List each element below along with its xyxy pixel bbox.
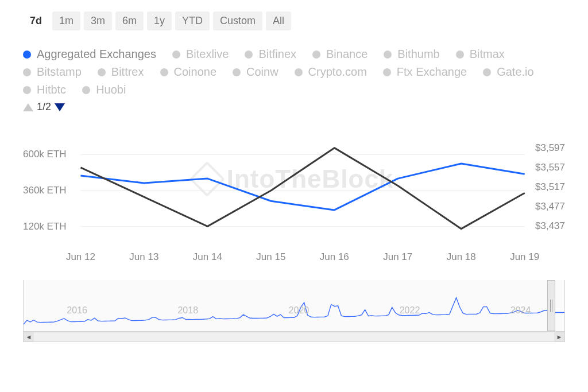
legend-dot-icon bbox=[245, 51, 253, 59]
legend-item-huobi[interactable]: Huobi bbox=[82, 83, 126, 96]
legend-label: Coinone bbox=[174, 65, 217, 79]
range-tab-ytd[interactable]: YTD bbox=[175, 11, 210, 30]
legend-dot-icon bbox=[233, 68, 241, 76]
legend-label: Bitfinex bbox=[258, 48, 296, 61]
legend-item-ftx-exchange[interactable]: Ftx Exchange bbox=[383, 65, 467, 79]
y-left-tick: 120k ETH bbox=[23, 221, 67, 232]
legend-dot-icon bbox=[172, 51, 180, 59]
navigator-scrollbar[interactable]: ◄ ► bbox=[23, 332, 565, 342]
legend-label: Bitexlive bbox=[186, 48, 229, 61]
navigator-year: 2016 bbox=[67, 305, 87, 316]
range-tab-1m[interactable]: 1m bbox=[52, 11, 80, 30]
navigator-year: 2018 bbox=[177, 305, 198, 316]
legend-dot-icon bbox=[160, 68, 168, 76]
range-tab-all[interactable]: All bbox=[266, 11, 291, 30]
x-tick: Jun 16 bbox=[320, 251, 349, 263]
legend-label: Hitbtc bbox=[37, 83, 66, 96]
navigator-year: 2020 bbox=[289, 305, 310, 316]
legend-dot-icon bbox=[312, 51, 320, 59]
legend-dot-icon bbox=[23, 86, 31, 94]
navigator-chart[interactable]: 20162018202020222024 bbox=[23, 280, 565, 332]
y-right-tick: $3,517 bbox=[535, 181, 565, 193]
legend-label: Aggregated Exchanges bbox=[37, 48, 156, 61]
navigator-handle[interactable] bbox=[547, 280, 555, 331]
legend-item-crypto-com[interactable]: Crypto.com bbox=[295, 65, 367, 79]
x-tick: Jun 12 bbox=[66, 251, 95, 263]
range-tab-6m[interactable]: 6m bbox=[115, 11, 144, 30]
legend-item-coinw[interactable]: Coinw bbox=[233, 65, 278, 79]
range-tab-7d[interactable]: 7d bbox=[23, 11, 49, 30]
scroll-right-icon[interactable]: ► bbox=[554, 332, 564, 341]
legend-item-bitstamp[interactable]: Bitstamp bbox=[23, 65, 82, 79]
legend-label: Crypto.com bbox=[308, 65, 367, 79]
legend-label: Ftx Exchange bbox=[397, 65, 467, 79]
legend-item-aggregated-exchanges[interactable]: Aggregated Exchanges bbox=[23, 48, 156, 61]
main-chart[interactable]: IntoTheBlock 120k ETH360k ETH600k ETH $3… bbox=[23, 133, 565, 248]
legend-label: Gate.io bbox=[497, 65, 533, 79]
x-tick: Jun 14 bbox=[193, 251, 222, 263]
legend-label: Bithumb bbox=[397, 48, 439, 61]
pager-prev-icon[interactable] bbox=[23, 103, 33, 111]
pager-position: 1/2 bbox=[37, 101, 51, 113]
y-right-tick: $3,477 bbox=[535, 201, 565, 212]
legend-item-hitbtc[interactable]: Hitbtc bbox=[23, 83, 66, 96]
legend-dot-icon bbox=[483, 68, 491, 76]
legend-dot-icon bbox=[456, 51, 464, 59]
x-tick: Jun 13 bbox=[129, 251, 158, 263]
x-tick: Jun 19 bbox=[510, 251, 539, 263]
range-tab-custom[interactable]: Custom bbox=[213, 11, 262, 30]
pager-next-icon[interactable] bbox=[55, 103, 65, 111]
x-tick: Jun 18 bbox=[447, 251, 476, 263]
y-right-tick: $3,437 bbox=[535, 220, 565, 232]
legend-dot-icon bbox=[383, 68, 391, 76]
legend-item-bittrex[interactable]: Bittrex bbox=[98, 65, 144, 79]
legend-label: Huobi bbox=[96, 83, 126, 96]
legend-item-bitexlive[interactable]: Bitexlive bbox=[172, 48, 229, 61]
x-axis: Jun 12Jun 13Jun 14Jun 15Jun 16Jun 17Jun … bbox=[23, 251, 565, 266]
legend-dot-icon bbox=[98, 68, 106, 76]
legend-item-coinone[interactable]: Coinone bbox=[160, 65, 217, 79]
legend-label: Binance bbox=[326, 48, 368, 61]
legend-item-bitmax[interactable]: Bitmax bbox=[456, 48, 505, 61]
legend-item-bithumb[interactable]: Bithumb bbox=[384, 48, 439, 61]
legend-label: Bitmax bbox=[470, 48, 505, 61]
legend-dot-icon bbox=[384, 51, 392, 59]
legend-dot-icon bbox=[82, 86, 90, 94]
y-left-tick: 360k ETH bbox=[23, 185, 67, 196]
legend-label: Bitstamp bbox=[37, 65, 82, 79]
y-left-tick: 600k ETH bbox=[23, 149, 67, 160]
exchange-legend: Aggregated ExchangesBitexliveBitfinexBin… bbox=[23, 48, 565, 113]
x-tick: Jun 15 bbox=[256, 251, 285, 263]
navigator-year: 2022 bbox=[400, 305, 420, 316]
legend-item-bitfinex[interactable]: Bitfinex bbox=[245, 48, 296, 61]
scroll-left-icon[interactable]: ◄ bbox=[24, 332, 34, 341]
range-tab-1y[interactable]: 1y bbox=[147, 11, 172, 30]
y-right-tick: $3,597 bbox=[535, 142, 565, 154]
legend-dot-icon bbox=[23, 68, 31, 76]
legend-item-gate-io[interactable]: Gate.io bbox=[483, 65, 533, 79]
time-range-tabs: 7d1m3m6m1yYTDCustomAll bbox=[23, 11, 565, 30]
range-tab-3m[interactable]: 3m bbox=[84, 11, 112, 30]
navigator-year: 2024 bbox=[510, 305, 531, 316]
legend-label: Coinw bbox=[246, 65, 278, 79]
legend-dot-icon bbox=[23, 51, 31, 59]
legend-label: Bittrex bbox=[111, 65, 144, 79]
legend-pager: 1/2 bbox=[23, 101, 565, 113]
x-tick: Jun 17 bbox=[383, 251, 412, 263]
legend-item-binance[interactable]: Binance bbox=[312, 48, 368, 61]
y-right-tick: $3,557 bbox=[535, 162, 565, 173]
legend-dot-icon bbox=[295, 68, 303, 76]
